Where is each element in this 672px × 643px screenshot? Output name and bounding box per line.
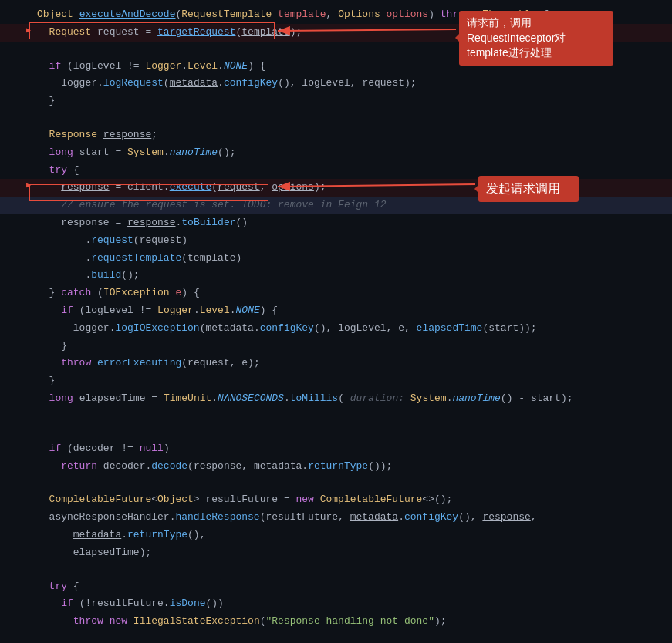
- line-content: }: [34, 93, 672, 109]
- line-content: }: [34, 338, 672, 355]
- code-line: try {: [0, 578, 672, 596]
- line-content: logger.logIOException(metadata.configKey…: [34, 321, 672, 337]
- line-content: logger.logRequest(metadata.configKey(), …: [34, 76, 672, 92]
- code-line: [0, 110, 672, 126]
- line-content: } catch (IOException e) {: [34, 285, 672, 301]
- code-line: [0, 562, 672, 578]
- code-line: logger.logRequest(metadata.configKey(), …: [0, 75, 672, 93]
- line-content: .requestTemplate(template): [34, 251, 672, 267]
- code-line: return decoder.decode(response, metadata…: [0, 458, 672, 476]
- code-line: }: [0, 338, 672, 355]
- line-content: response = response.toBuilder(): [34, 215, 672, 231]
- line-icon: ▶: [23, 25, 34, 37]
- code-line: response = response.toBuilder(): [0, 214, 672, 232]
- code-line: throw new IllegalStateException("Respons…: [0, 613, 672, 631]
- line-content: if (logLevel != Logger.Level.NONE) {: [34, 303, 672, 319]
- code-line: .requestTemplate(template): [0, 250, 672, 268]
- line-content: .build();: [34, 268, 672, 284]
- code-line: elapsedTime);: [0, 544, 672, 562]
- annotation-2: 发起请求调用: [478, 176, 579, 202]
- code-line: if (decoder != null): [0, 440, 672, 458]
- code-line: } catch (IOException e) {: [0, 284, 672, 302]
- code-line: }: [0, 93, 672, 110]
- code-line: asyncResponseHandler.handleResponse(resu…: [0, 509, 672, 527]
- line-content: .request(request): [34, 233, 672, 249]
- line-content: throw errorExecuting(request, e);: [34, 355, 672, 372]
- line-content: return decoder.decode(response, metadata…: [34, 459, 672, 475]
- code-line: .build();: [0, 267, 672, 284]
- line-content: try {: [34, 579, 672, 595]
- code-line: [0, 475, 672, 491]
- code-line: [0, 408, 672, 424]
- line-content: CompletableFuture<Object> resultFuture =…: [34, 492, 672, 508]
- code-line: .request(request): [0, 232, 672, 250]
- code-line: long start = System.nanoTime();: [0, 144, 672, 162]
- code-container: Object executeAndDecode(RequestTemplate …: [0, 0, 672, 643]
- line-content: metadata.returnType(),: [34, 527, 672, 544]
- line-content: if (decoder != null): [34, 441, 672, 457]
- code-line: [0, 424, 672, 440]
- code-line: CompletableFuture<Object> resultFuture =…: [0, 491, 672, 509]
- line-content: throw new IllegalStateException("Respons…: [34, 614, 672, 630]
- line-content: if (!resultFuture.isDone()): [34, 596, 672, 612]
- code-line: [0, 631, 672, 643]
- line-content: elapsedTime);: [34, 545, 672, 561]
- code-line: if (!resultFuture.isDone()): [0, 595, 672, 613]
- code-line: }: [0, 372, 672, 390]
- annotation-1: 请求前，调用RequestInteceptor对template进行处理: [459, 11, 613, 66]
- line-content: long elapsedTime = TimeUnit.NANOSECONDS.…: [34, 391, 672, 407]
- line-content: asyncResponseHandler.handleResponse(resu…: [34, 510, 672, 526]
- line-content: long start = System.nanoTime();: [34, 145, 672, 161]
- code-line: Response response;: [0, 126, 672, 144]
- code-line: logger.logIOException(metadata.configKey…: [0, 320, 672, 338]
- line-content: }: [34, 373, 672, 389]
- code-line: if (logLevel != Logger.Level.NONE) {: [0, 302, 672, 320]
- code-line: throw errorExecuting(request, e);: [0, 355, 672, 372]
- line-content: Response response;: [34, 127, 672, 143]
- code-line: metadata.returnType(),: [0, 527, 672, 544]
- line-icon: ▶: [23, 180, 34, 192]
- code-line: long elapsedTime = TimeUnit.NANOSECONDS.…: [0, 390, 672, 408]
